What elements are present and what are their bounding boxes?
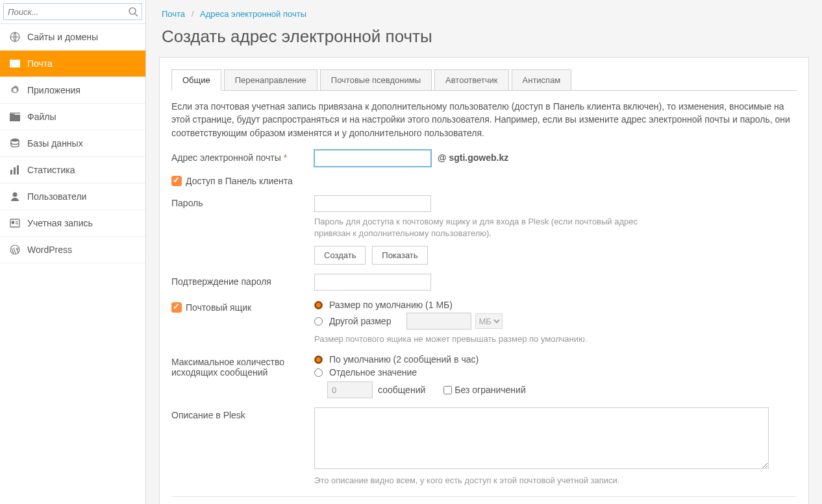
sidebar-item-apps[interactable]: Приложения — [0, 77, 145, 103]
sidebar-item-files[interactable]: Файлы — [0, 104, 145, 130]
svg-point-8 — [13, 193, 18, 197]
sidebar-nav: Сайты и домены Почта Приложения Файлы Ба… — [0, 24, 145, 263]
email-label: Адрес электронной почты* — [171, 150, 314, 163]
sidebar-item-label: Учетная запись — [27, 218, 93, 228]
sidebar-item-wp[interactable]: WordPress — [0, 237, 145, 263]
crumb-addresses[interactable]: Адреса электронной почты — [200, 9, 306, 19]
sidebar: Сайты и домены Почта Приложения Файлы Ба… — [0, 0, 146, 504]
confirm-label: Подтверждение пароля — [171, 274, 314, 287]
mailbox-label: Почтовый ящик — [186, 302, 251, 313]
password-show-button[interactable]: Показать — [372, 246, 427, 265]
crumb-separator: / — [192, 9, 194, 19]
access-panel-label: Доступ в Панель клиента — [186, 176, 293, 186]
sidebar-item-stats[interactable]: Статистика — [0, 157, 145, 183]
out-default-radio[interactable] — [314, 355, 323, 364]
breadcrumb: Почта / Адреса электронной почты — [159, 0, 809, 23]
form-footer: * Обязательные поля ОК Отмена — [171, 496, 797, 504]
sidebar-item-label: Сайты и домены — [27, 32, 98, 42]
out-unlim-label: Без ограничений — [455, 385, 525, 395]
svg-line-1 — [135, 14, 138, 16]
out-unit-label: сообщений — [378, 385, 425, 395]
gear-icon — [9, 84, 21, 96]
password-input[interactable] — [314, 195, 431, 212]
out-unlim-checkbox[interactable] — [443, 386, 452, 394]
sidebar-item-label: Файлы — [27, 112, 56, 122]
sidebar-item-users[interactable]: Пользователи — [0, 184, 145, 210]
tab-general[interactable]: Общие — [171, 69, 221, 91]
svg-rect-6 — [14, 167, 16, 174]
database-icon — [9, 138, 21, 149]
confirm-input[interactable] — [314, 274, 431, 291]
out-value-input[interactable] — [327, 381, 373, 398]
wordpress-icon — [9, 244, 21, 256]
out-custom-label: Отдельное значение — [329, 367, 417, 378]
tab-aliases[interactable]: Почтовые псевдонимы — [320, 69, 432, 90]
sidebar-item-db[interactable]: Базы данных — [0, 130, 145, 156]
stats-icon — [9, 164, 21, 176]
size-other-input[interactable] — [406, 313, 471, 330]
sidebar-item-mail[interactable]: Почта — [0, 51, 145, 77]
sidebar-item-sites[interactable]: Сайты и домены — [0, 24, 145, 50]
password-create-button[interactable]: Создать — [314, 246, 366, 265]
svg-point-0 — [129, 8, 136, 14]
svg-rect-5 — [10, 170, 12, 174]
mail-icon — [9, 58, 21, 69]
sidebar-item-account[interactable]: Учетная запись — [0, 210, 145, 236]
email-input[interactable] — [314, 150, 431, 167]
size-hint: Размер почтового ящика не может превышат… — [314, 333, 652, 345]
globe-icon — [9, 31, 21, 43]
sidebar-item-label: Статистика — [27, 165, 75, 175]
password-label: Пароль — [171, 195, 314, 208]
user-icon — [9, 191, 21, 202]
search-container — [0, 0, 145, 24]
search-input[interactable] — [3, 3, 142, 20]
size-default-radio[interactable] — [314, 301, 323, 309]
card-icon — [9, 217, 21, 229]
sidebar-item-label: Почта — [27, 58, 53, 69]
out-default-label: По умолчанию (2 сообщений в час) — [329, 354, 479, 365]
mailbox-checkbox[interactable] — [171, 302, 182, 313]
svg-rect-7 — [17, 165, 19, 174]
page-title: Создать адрес электронной почты — [159, 23, 809, 57]
tab-antispam[interactable]: Антиспам — [512, 69, 572, 90]
size-unit-select[interactable]: МБ — [475, 313, 503, 329]
tabs: Общие Перенаправление Почтовые псевдоним… — [171, 69, 797, 91]
password-hint: Пароль для доступа к почтовому ящику и д… — [314, 216, 652, 239]
size-default-label: Размер по умолчанию (1 МБ) — [329, 300, 453, 310]
svg-rect-3 — [10, 112, 20, 114]
out-custom-radio[interactable] — [314, 368, 323, 377]
desc-label: Описание в Plesk — [171, 407, 314, 420]
tab-autoresponder[interactable]: Автоответчик — [434, 69, 508, 90]
desc-textarea[interactable] — [314, 407, 769, 469]
form-panel: Общие Перенаправление Почтовые псевдоним… — [159, 57, 809, 504]
outgoing-label: Максимальное количество исходящих сообще… — [171, 354, 314, 378]
search-icon[interactable] — [128, 6, 138, 19]
access-panel-checkbox[interactable] — [171, 176, 182, 186]
sidebar-item-label: Базы данных — [27, 138, 83, 149]
size-other-label: Другой размер — [329, 316, 391, 326]
desc-hint: Это описание видно всем, у кого есть дос… — [314, 475, 797, 486]
size-other-radio[interactable] — [314, 317, 323, 326]
main: Почта / Адреса электронной почты Создать… — [146, 0, 822, 504]
crumb-mail[interactable]: Почта — [162, 9, 185, 19]
svg-point-10 — [12, 221, 14, 224]
email-domain: @ sgti.goweb.kz — [438, 152, 508, 163]
sidebar-item-label: Пользователи — [27, 191, 86, 202]
sidebar-item-label: WordPress — [27, 245, 72, 255]
intro-text: Если эта почтовая учетная запись привяза… — [171, 100, 797, 139]
sidebar-item-label: Приложения — [27, 85, 81, 95]
tab-forwarding[interactable]: Перенаправление — [224, 69, 318, 90]
folder-icon — [9, 111, 21, 123]
svg-point-4 — [11, 139, 19, 142]
